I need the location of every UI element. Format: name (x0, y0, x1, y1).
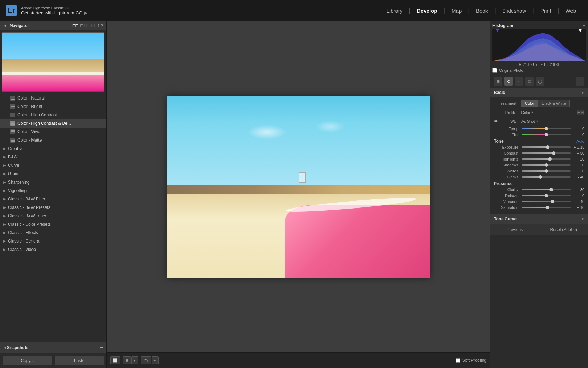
paste-button[interactable]: Paste (55, 356, 104, 365)
profile-value[interactable]: Color (521, 110, 530, 115)
vibrance-slider-track[interactable] (522, 201, 571, 202)
shadows-slider-track[interactable] (522, 164, 571, 166)
nav-book[interactable]: Book (470, 0, 494, 21)
group-tri: ▶ (4, 189, 6, 192)
wb-eyedropper-icon[interactable]: ✒ (494, 118, 498, 124)
basic-section-header[interactable]: Basic ▼ (490, 88, 588, 97)
grid-2-btn[interactable]: ⊞ (123, 356, 131, 364)
preset-color-high-contrast[interactable]: Color - High Contrast (0, 111, 106, 119)
shadows-slider-thumb[interactable] (545, 163, 548, 167)
snapshots-header[interactable]: ▼ Snapshots + (0, 342, 106, 353)
spot-remove-icon[interactable]: ⊙ (504, 77, 513, 86)
compare-btn[interactable]: YY (141, 356, 151, 364)
preset-group-classic-bw-toned[interactable]: ▶ Classic - B&W Toned (0, 212, 106, 220)
whites-slider-thumb[interactable] (545, 169, 548, 173)
preset-group-classic-bw-filter[interactable]: ▶ Classic - B&W Filter (0, 195, 106, 203)
clarity-slider-track[interactable] (522, 189, 571, 190)
dehaze-slider-fill (522, 195, 546, 196)
vibrance-slider-thumb[interactable] (551, 200, 554, 203)
temp-slider-thumb[interactable] (545, 127, 548, 130)
nav-slideshow[interactable]: Slideshow (496, 0, 532, 21)
preset-color-high-contrast-de[interactable]: Color - High Contrast & De... (0, 119, 106, 128)
preset-color-bright[interactable]: Color - Bright (0, 102, 106, 111)
tint-slider-thumb[interactable] (545, 133, 548, 136)
group-tri: ▶ (4, 172, 6, 176)
preset-icon (10, 96, 15, 101)
original-photo-row: Original Photo (492, 68, 586, 73)
whites-slider-track[interactable] (522, 170, 571, 172)
nav-library[interactable]: Library (380, 0, 409, 21)
preset-group-classic-effects[interactable]: ▶ Classic - Effects (0, 229, 106, 237)
grid-dropdown[interactable]: ▾ (131, 356, 138, 364)
preset-group-creative[interactable]: ▶ Creative (0, 144, 106, 153)
wb-dropdown-arrow[interactable]: ▾ (536, 119, 538, 123)
highlights-slider-thumb[interactable] (548, 157, 552, 161)
zoom-1to2[interactable]: 1:2 (98, 23, 103, 28)
nav-web[interactable]: Web (559, 0, 582, 21)
previous-button[interactable]: Previous (490, 224, 539, 235)
zoom-fill[interactable]: FILL (80, 23, 88, 28)
saturation-slider-thumb[interactable] (546, 206, 550, 209)
snapshots-title: Snapshots (7, 345, 100, 350)
preset-group-classic-general[interactable]: ▶ Classic - General (0, 237, 106, 245)
wb-value[interactable]: As Shot (522, 119, 535, 123)
profile-grid-button[interactable]: ⊞⊟ (577, 110, 584, 115)
right-panel: Histogram ▼ R 71.8 G 76 (490, 21, 588, 368)
histogram-rgb-values: R 71.8 G 76.9 B 82.6 % (492, 62, 586, 67)
saturation-slider-fill (522, 207, 548, 208)
temp-slider-track[interactable] (522, 128, 571, 129)
preset-group-classic-color-presets[interactable]: ▶ Classic - Color Presets (0, 220, 106, 229)
preset-color-matte[interactable]: Color - Matte (0, 136, 106, 144)
dehaze-slider-track[interactable] (522, 195, 571, 196)
tone-auto[interactable]: Auto (576, 139, 584, 143)
snapshots-add-button[interactable]: + (100, 345, 103, 351)
radial-filter-icon[interactable]: ◯ (536, 77, 544, 86)
clarity-slider-thumb[interactable] (550, 188, 553, 191)
navigator-header[interactable]: ▼ Navigator FIT FILL 1:1 1:2 (0, 21, 106, 30)
preset-color-natural[interactable]: Color - Natural (0, 94, 106, 102)
preset-icon (10, 138, 15, 143)
contrast-slider-track[interactable] (522, 152, 571, 154)
crop-tool-icon[interactable]: ⊞ (494, 77, 502, 86)
compare-dropdown[interactable]: ▾ (152, 356, 159, 364)
color-treatment-btn[interactable]: Color (521, 100, 538, 107)
adjustment-brush-icon[interactable]: — (576, 77, 584, 86)
blacks-slider-track[interactable] (522, 176, 571, 178)
exposure-slider-track[interactable] (522, 146, 571, 148)
original-photo-checkbox[interactable] (492, 68, 497, 73)
preset-group-classic-video[interactable]: ▶ Classic - Video (0, 245, 106, 254)
tint-slider-track[interactable] (522, 134, 571, 135)
preset-color-vivid[interactable]: Color - Vivid (0, 128, 106, 136)
preset-group-sharpening[interactable]: ▶ Sharpening (0, 178, 106, 186)
preset-group-classic-bw-presets[interactable]: ▶ Classic - B&W Presets (0, 203, 106, 212)
soft-proofing-checkbox[interactable] (456, 358, 460, 363)
view-single-btn[interactable]: ⬜ (110, 356, 120, 364)
nav-map[interactable]: Map (445, 0, 468, 21)
exposure-slider-thumb[interactable] (546, 145, 550, 149)
preset-icon (10, 113, 15, 117)
tone-curve-header[interactable]: Tone Curve ▼ (490, 214, 588, 224)
preset-icon (10, 104, 15, 109)
tone-curve-section: Tone Curve ▼ (490, 214, 588, 224)
nav-develop[interactable]: Develop (411, 0, 443, 21)
zoom-1to1[interactable]: 1:1 (90, 23, 95, 28)
dehaze-slider-thumb[interactable] (545, 194, 548, 197)
reset-button[interactable]: Reset (Adobe) (539, 224, 588, 235)
nav-print[interactable]: Print (534, 0, 558, 21)
copy-button[interactable]: Copy... (3, 356, 52, 365)
bw-treatment-btn[interactable]: Black & White (538, 100, 569, 107)
preset-group-bw[interactable]: ▶ B&W (0, 153, 106, 161)
saturation-slider-track[interactable] (522, 207, 571, 208)
exposure-label: Exposure (494, 145, 518, 149)
preset-group-vignetting[interactable]: ▶ Vignetting (0, 186, 106, 195)
preset-group-grain[interactable]: ▶ Grain (0, 170, 106, 178)
blacks-slider-thumb[interactable] (539, 175, 542, 179)
graduated-filter-icon[interactable]: □ (525, 77, 534, 86)
vibrance-label: Vibrance (494, 199, 518, 204)
highlights-slider-track[interactable] (522, 158, 571, 160)
zoom-fit[interactable]: FIT (72, 23, 78, 28)
contrast-slider-thumb[interactable] (552, 151, 555, 155)
preset-group-curve[interactable]: ▶ Curve (0, 161, 106, 170)
profile-dropdown-arrow[interactable]: ▾ (531, 110, 533, 114)
redeye-icon[interactable]: ○ (515, 77, 523, 86)
